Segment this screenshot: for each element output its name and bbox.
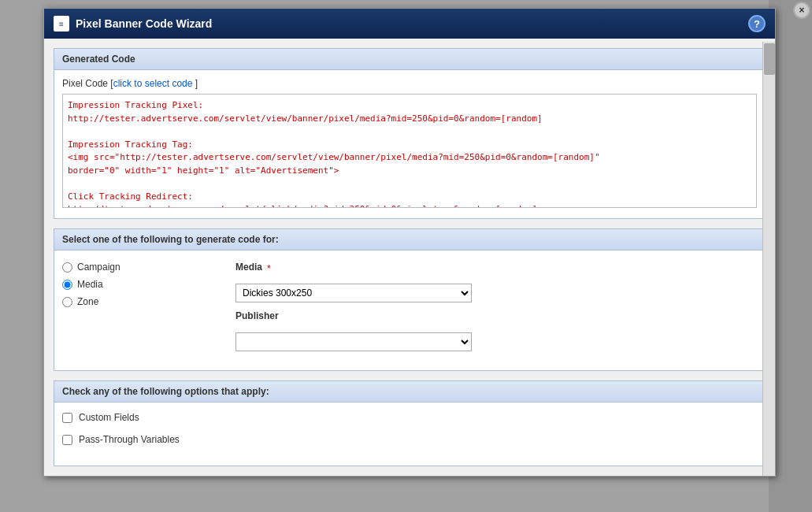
radio-campaign-label: Campaign <box>77 262 121 273</box>
publisher-label: Publisher <box>235 310 279 321</box>
radio-media-label: Media <box>77 279 103 290</box>
media-required-star: * <box>267 263 271 274</box>
publisher-select[interactable] <box>235 332 472 351</box>
publisher-field-row: Publisher <box>235 310 757 325</box>
modal-help-button[interactable]: ? <box>748 15 766 32</box>
media-field-row: Media * <box>235 262 757 276</box>
media-label: Media <box>235 262 262 273</box>
radio-zone-label: Zone <box>77 296 98 307</box>
custom-fields-checkbox[interactable] <box>62 413 72 423</box>
custom-fields-label: Custom Fields <box>79 412 139 423</box>
pixel-banner-wizard-modal: ≡ Pixel Banner Code Wizard ? Generated C… <box>43 8 776 477</box>
select-section-header: Select one of the following to generate … <box>54 228 766 250</box>
select-code-link[interactable]: click to select code <box>113 78 193 89</box>
radio-media[interactable]: Media <box>62 279 220 290</box>
modal-body: Generated Code Pixel Code [click to sele… <box>44 39 775 476</box>
generated-code-section: Pixel Code [click to select code ] <box>54 70 766 219</box>
options-section: Custom Fields Pass-Through Variables <box>54 403 766 466</box>
scrollbar-thumb <box>764 43 775 75</box>
publisher-field-block: Publisher <box>235 310 757 351</box>
radio-campaign[interactable]: Campaign <box>62 262 220 273</box>
generated-code-header: Generated Code <box>54 48 766 70</box>
radio-zone-input[interactable] <box>62 297 72 307</box>
media-select[interactable]: Dickies 300x250 <box>235 284 472 302</box>
radio-campaign-input[interactable] <box>62 262 72 273</box>
modal-scrollbar[interactable] <box>762 42 775 476</box>
pass-through-item[interactable]: Pass-Through Variables <box>62 434 757 445</box>
radio-zone[interactable]: Zone <box>62 296 220 307</box>
modal-titlebar: ≡ Pixel Banner Code Wizard ? <box>44 9 775 39</box>
media-publisher-section: Media * Dickies 300x250 Publisher <box>235 262 757 351</box>
select-section: Campaign Media Zone Media * <box>54 250 766 371</box>
window-close-button[interactable]: × <box>793 2 810 19</box>
media-field-block: Media * Dickies 300x250 <box>235 262 757 302</box>
radio-media-input[interactable] <box>62 280 72 290</box>
generated-code-textarea[interactable] <box>62 94 757 208</box>
radio-group: Campaign Media Zone <box>62 262 220 307</box>
options-section-header: Check any of the following options that … <box>54 380 766 403</box>
pixel-code-label: Pixel Code [click to select code ] <box>62 78 757 89</box>
pixel-code-prefix: Pixel Code [ <box>62 78 113 89</box>
pixel-code-suffix: ] <box>192 78 198 89</box>
pass-through-label: Pass-Through Variables <box>79 434 180 445</box>
modal-title-icon: ≡ <box>54 16 69 32</box>
custom-fields-item[interactable]: Custom Fields <box>62 412 757 423</box>
title-left: ≡ Pixel Banner Code Wizard <box>54 16 212 32</box>
pass-through-checkbox[interactable] <box>62 435 72 445</box>
modal-title: Pixel Banner Code Wizard <box>76 17 212 30</box>
